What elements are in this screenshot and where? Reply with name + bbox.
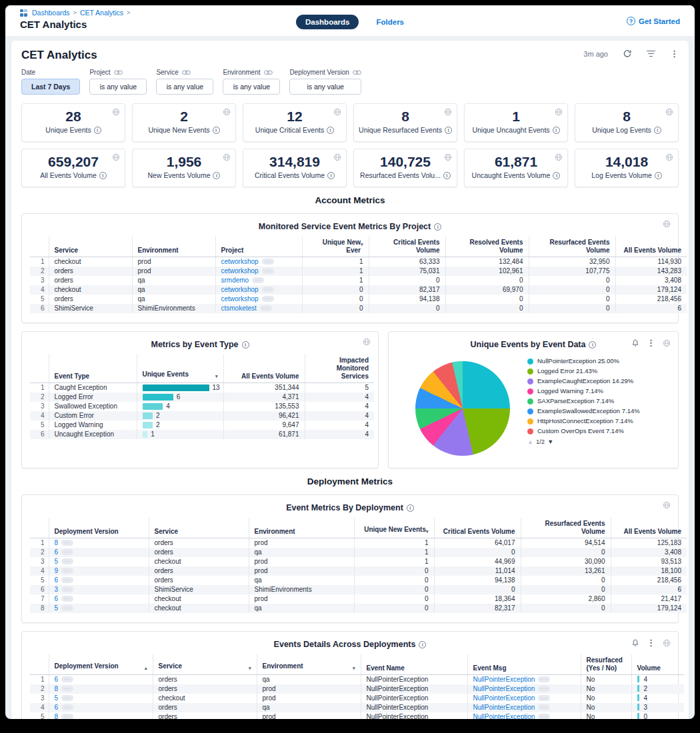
ellipsis-badge[interactable]: ··· [538,714,550,719]
column-header[interactable]: ▾Unique Events [137,355,223,383]
ellipsis-badge[interactable]: ··· [262,296,274,302]
column-header[interactable]: ▾Unique New Ever [302,237,369,257]
cell-link[interactable]: 8 [55,685,59,692]
refresh-icon[interactable] [623,49,632,59]
filter-value-button[interactable]: Last 7 Days [21,79,80,95]
cell-link[interactable]: 5 [55,558,59,565]
dashboards-grid-icon[interactable] [20,9,27,17]
globe-icon[interactable] [665,153,673,161]
ellipsis-badge[interactable]: ··· [61,586,73,592]
filter-value-button[interactable]: is any value [89,79,147,95]
sort-desc-icon[interactable]: ▾ [353,664,355,672]
ellipsis-badge[interactable]: ··· [538,695,550,701]
globe-icon[interactable] [223,153,231,161]
breadcrumb-cet-analytics[interactable]: CET Analytics [80,9,123,17]
cell-link[interactable]: NullPointerException [473,704,535,711]
get-started-button[interactable]: ? Get Started [627,17,680,25]
globe-icon[interactable] [363,338,371,346]
ellipsis-badge[interactable]: ··· [61,596,73,602]
ellipsis-badge[interactable]: ··· [61,549,73,555]
breadcrumb-dashboards[interactable]: Dashboards [32,9,70,17]
cell-link[interactable]: NullPointerException [473,685,535,692]
globe-icon[interactable] [333,108,341,116]
bell-icon[interactable] [631,639,639,647]
tab-dashboards[interactable]: Dashboards [296,15,359,29]
cell-link[interactable]: cetworkshop [221,267,259,275]
data-table: ▴Deployment Version▾Service▾EnvironmentE… [30,654,684,719]
sort-desc-icon[interactable]: ▾ [215,372,218,380]
cell-link[interactable]: NullPointerException [473,713,535,719]
cell-link[interactable]: 6 [55,576,59,584]
ellipsis-badge[interactable]: ··· [260,305,272,311]
tab-folders[interactable]: Folders [376,18,404,26]
ellipsis-badge[interactable]: ··· [61,540,73,546]
sort-desc-icon[interactable]: ▾ [361,241,363,249]
cell-link[interactable]: 6 [55,595,59,602]
column-header[interactable]: ▾Unique New Events [354,518,434,538]
globe-icon[interactable] [663,220,671,228]
cell-link[interactable]: NullPointerException [473,676,535,683]
filter-value-button[interactable]: is any value [156,79,213,95]
column-header[interactable]: ▾Environment [257,654,361,675]
globe-icon[interactable] [663,501,671,509]
globe-icon[interactable] [223,108,231,116]
kebab-menu-icon[interactable]: ⋮ [670,49,679,59]
cell-link[interactable]: 6 [55,548,59,556]
ellipsis-badge[interactable]: ··· [538,676,550,682]
ellipsis-badge[interactable]: ··· [61,577,73,583]
globe-icon[interactable] [663,339,671,347]
globe-icon[interactable] [444,108,452,116]
ellipsis-badge[interactable]: ··· [61,714,73,719]
ellipsis-badge[interactable]: ··· [61,568,73,574]
cell-link[interactable]: 5 [55,604,59,612]
cell-link[interactable]: 8 [55,713,59,719]
cell-link[interactable]: cetworkshop [221,258,259,265]
globe-icon[interactable] [333,153,341,161]
sort-desc-icon[interactable]: ▾ [249,664,251,672]
cell-link[interactable]: 3 [55,586,59,593]
globe-icon[interactable] [444,153,452,161]
cell-link[interactable]: ctsmoketest [221,305,257,312]
bell-icon[interactable] [631,339,639,347]
ellipsis-badge[interactable]: ··· [252,277,264,283]
sort-desc-icon[interactable]: ▾ [426,528,429,536]
ellipsis-badge[interactable]: ··· [538,686,550,692]
globe-icon[interactable] [665,108,673,116]
legend-page-down-icon[interactable]: ▼ [547,438,553,446]
ellipsis-badge[interactable]: ··· [61,605,73,611]
cell-link[interactable]: NullPointerException [473,694,535,702]
ellipsis-badge[interactable]: ··· [61,558,73,564]
column-header[interactable]: ▴Deployment Version [49,654,153,675]
cell-link[interactable]: 9 [55,567,59,574]
ellipsis-badge[interactable]: ··· [61,686,73,692]
cell-link[interactable]: 6 [55,704,59,711]
cell-link[interactable]: srmdemo [221,277,249,284]
legend-page-up-icon[interactable]: ▲ [527,438,533,446]
filter-value-button[interactable]: is any value [223,79,280,95]
filter-value-button[interactable]: is any value [289,79,361,95]
cell-link[interactable]: 6 [55,676,59,683]
ellipsis-badge[interactable]: ··· [262,259,274,265]
kebab-menu-icon[interactable]: ⋮ [647,638,655,648]
filter-icon[interactable] [647,51,655,57]
ellipsis-badge[interactable]: ··· [61,704,73,710]
ellipsis-badge[interactable]: ··· [262,268,274,274]
column-header[interactable]: ▾Service [153,654,257,675]
sort-asc-icon[interactable]: ▴ [145,664,147,672]
globe-icon[interactable] [112,108,120,116]
kebab-menu-icon[interactable]: ⋮ [647,338,655,348]
cell-link[interactable]: 8 [55,539,59,546]
cell-link[interactable]: cetworkshop [221,295,259,303]
ellipsis-badge[interactable]: ··· [262,287,274,293]
globe-icon[interactable] [555,108,563,116]
pie-chart[interactable] [415,361,510,456]
globe-icon[interactable] [663,639,671,647]
ellipsis-badge[interactable]: ··· [61,676,73,682]
globe-icon[interactable] [555,153,563,161]
cell-link[interactable]: cetworkshop [221,286,259,293]
panel-title: Unique Events by Event Data [471,340,586,349]
ellipsis-badge[interactable]: ··· [61,695,73,701]
globe-icon[interactable] [112,153,120,161]
ellipsis-badge[interactable]: ··· [538,704,550,710]
cell-link[interactable]: 5 [55,694,59,702]
